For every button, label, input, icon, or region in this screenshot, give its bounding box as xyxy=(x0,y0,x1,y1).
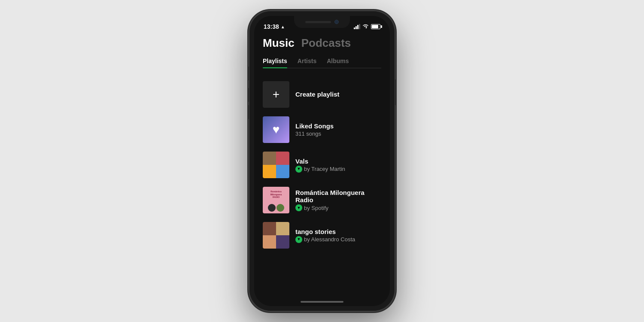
vals-thumb xyxy=(263,152,289,178)
tango-info: tango stories ▼ by Alessandro Costa xyxy=(295,228,381,243)
tab-artists[interactable]: Artists xyxy=(298,58,316,68)
status-icons xyxy=(354,24,380,30)
playlist-title: Liked Songs xyxy=(295,122,381,130)
playlist-title: tango stories xyxy=(295,228,381,235)
tab-podcasts[interactable]: Podcasts xyxy=(301,36,351,50)
playlist-list: + Create playlist ♥ Liked Songs 311 song… xyxy=(263,77,381,253)
tab-albums[interactable]: Albums xyxy=(327,58,349,68)
list-item[interactable]: ♥ Liked Songs 311 songs xyxy=(263,112,381,147)
tango-thumb xyxy=(263,222,289,249)
download-icon: ▼ xyxy=(295,204,302,211)
liked-songs-info: Liked Songs 311 songs xyxy=(295,122,381,137)
phone-frame: 13:38 ▲ xyxy=(249,11,395,311)
heart-icon: ♥ xyxy=(273,123,280,137)
list-item[interactable]: RománticaMilongueraRADIO Romántica Milon… xyxy=(263,182,381,218)
phone-screen: 13:38 ▲ xyxy=(254,16,390,306)
download-icon: ▼ xyxy=(295,236,302,243)
tab-music[interactable]: Music xyxy=(263,36,295,50)
liked-songs-thumb: ♥ xyxy=(263,116,289,143)
list-item[interactable]: tango stories ▼ by Alessandro Costa xyxy=(263,218,381,253)
battery-icon xyxy=(371,24,380,29)
romantica-info: Romántica Milonguera Radio ▼ by Spotify xyxy=(295,189,381,211)
wifi-icon xyxy=(362,24,369,30)
list-item[interactable]: + Create playlist xyxy=(263,77,381,112)
location-icon: ▲ xyxy=(281,24,285,29)
create-playlist-info: Create playlist xyxy=(295,91,381,99)
main-tab-bar: Music Podcasts xyxy=(263,36,381,50)
playlist-subtitle: 311 songs xyxy=(295,131,381,137)
playlist-subtitle: ▼ by Alessandro Costa xyxy=(295,236,381,243)
notch xyxy=(294,16,350,28)
playlist-title: Romántica Milonguera Radio xyxy=(295,189,381,204)
home-indicator xyxy=(301,301,343,303)
sub-tab-bar: Playlists Artists Albums xyxy=(263,58,381,68)
main-content: Music Podcasts Playlists Artists Albums … xyxy=(254,33,390,253)
speaker xyxy=(305,21,331,23)
playlist-subtitle: ▼ by Tracey Martin xyxy=(295,166,381,173)
create-playlist-thumb: + xyxy=(263,81,289,108)
status-time: 13:38 ▲ xyxy=(264,23,285,30)
playlist-title: Vals xyxy=(295,158,381,165)
tab-playlists[interactable]: Playlists xyxy=(263,58,287,68)
playlist-subtitle: ▼ by Spotify xyxy=(295,204,381,211)
playlist-title: Create playlist xyxy=(295,91,381,98)
signal-icon xyxy=(354,24,360,29)
vals-info: Vals ▼ by Tracey Martin xyxy=(295,158,381,173)
camera xyxy=(334,20,339,24)
download-icon: ▼ xyxy=(295,166,302,173)
list-item[interactable]: Vals ▼ by Tracey Martin xyxy=(263,147,381,182)
romantica-thumb: RománticaMilongueraRADIO xyxy=(263,187,289,213)
time-display: 13:38 xyxy=(264,23,279,30)
